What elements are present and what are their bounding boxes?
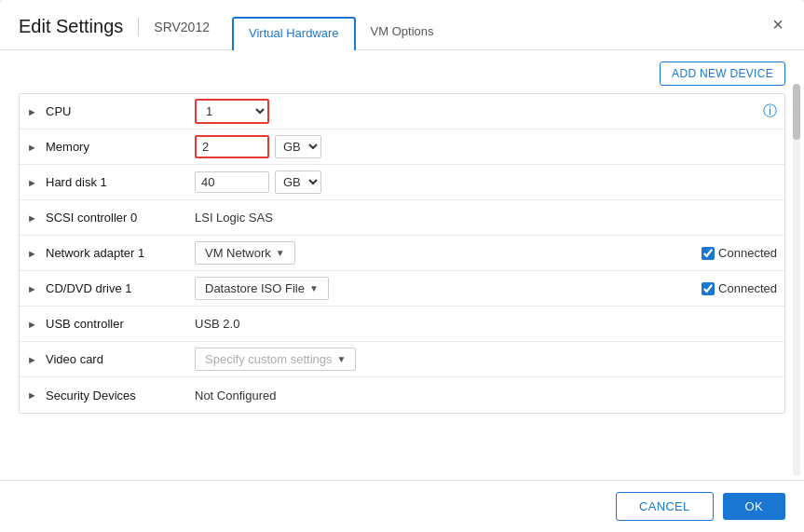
cddvd-connected-label[interactable]: Connected	[702, 281, 777, 295]
video-chevron-icon: ▼	[337, 354, 347, 364]
tab-virtual-hardware[interactable]: Virtual Hardware	[232, 17, 356, 50]
dialog-header: Edit Settings SRV2012 Virtual Hardware V…	[0, 0, 804, 50]
security-row: ► Security Devices Not Configured	[20, 377, 784, 413]
hardware-table: ► CPU 1 2 4 8 ⓘ ► Memory	[19, 93, 785, 414]
memory-expand-icon[interactable]: ►	[27, 142, 40, 153]
close-button[interactable]: ×	[767, 13, 789, 35]
hard-disk-unit-select[interactable]: GB MB	[275, 171, 321, 194]
hard-disk-input[interactable]	[195, 171, 269, 193]
video-value: Specify custom settings ▼	[195, 348, 777, 371]
scrollbar-track	[793, 84, 800, 476]
memory-row: ► Memory GB MB	[20, 130, 784, 165]
cddvd-dropdown[interactable]: Datastore ISO File ▼	[195, 277, 329, 300]
cpu-row: ► CPU 1 2 4 8 ⓘ	[20, 94, 784, 130]
usb-row: ► USB controller USB 2.0	[20, 307, 784, 342]
security-expand-icon[interactable]: ►	[27, 389, 40, 401]
cpu-expand-icon[interactable]: ►	[27, 106, 40, 117]
dialog-title: Edit Settings	[19, 16, 123, 48]
video-expand-icon[interactable]: ►	[27, 354, 40, 365]
memory-label: Memory	[46, 140, 195, 154]
video-row: ► Video card Specify custom settings ▼	[20, 342, 784, 377]
scrollbar-thumb[interactable]	[793, 84, 800, 140]
edit-settings-dialog: Edit Settings SRV2012 Virtual Hardware V…	[0, 0, 804, 532]
network-label: Network adapter 1	[46, 246, 195, 260]
cddvd-connected-checkbox[interactable]	[702, 282, 715, 295]
network-value: VM Network ▼	[195, 241, 702, 265]
cddvd-row: ► CD/DVD drive 1 Datastore ISO File ▼ Co…	[20, 271, 784, 307]
usb-expand-icon[interactable]: ►	[27, 319, 40, 330]
cpu-value: 1 2 4 8	[195, 99, 763, 124]
usb-value-text: USB 2.0	[195, 317, 239, 331]
dialog-subtitle: SRV2012	[154, 20, 210, 46]
cddvd-row-right: Connected	[702, 281, 777, 295]
usb-value: USB 2.0	[195, 317, 777, 331]
scsi-expand-icon[interactable]: ►	[27, 212, 40, 224]
video-label: Video card	[46, 352, 195, 366]
cpu-label: CPU	[46, 104, 195, 118]
dialog-footer: CANCEL OK	[0, 480, 804, 532]
hard-disk-label: Hard disk 1	[46, 175, 195, 189]
cddvd-expand-icon[interactable]: ►	[27, 283, 40, 294]
add-new-device-button[interactable]: ADD NEW DEVICE	[660, 61, 785, 86]
toolbar: ADD NEW DEVICE	[19, 61, 785, 86]
network-row: ► Network adapter 1 VM Network ▼ Connect…	[20, 236, 784, 271]
memory-unit-select[interactable]: GB MB	[275, 135, 321, 158]
title-separator	[138, 18, 139, 36]
tab-vm-options[interactable]: VM Options	[356, 17, 449, 49]
dialog-body: ADD NEW DEVICE ► CPU 1 2 4 8 ⓘ	[0, 50, 804, 480]
scsi-value: LSI Logic SAS	[195, 211, 777, 225]
cddvd-chevron-icon: ▼	[309, 283, 319, 293]
cancel-button[interactable]: CANCEL	[616, 492, 714, 521]
security-value-text: Not Configured	[195, 389, 276, 402]
network-row-right: Connected	[702, 246, 777, 260]
cpu-row-right: ⓘ	[763, 102, 777, 120]
scsi-label: SCSI controller 0	[46, 211, 195, 225]
cddvd-label: CD/DVD drive 1	[46, 281, 195, 295]
scsi-row: ► SCSI controller 0 LSI Logic SAS	[20, 200, 784, 236]
cddvd-value: Datastore ISO File ▼	[195, 277, 702, 300]
memory-value: GB MB	[195, 135, 777, 158]
cpu-info-icon[interactable]: ⓘ	[763, 102, 777, 120]
security-label: Security Devices	[46, 389, 195, 402]
scsi-value-text: LSI Logic SAS	[195, 211, 273, 225]
hard-disk-value: GB MB	[195, 171, 777, 194]
network-expand-icon[interactable]: ►	[27, 248, 40, 259]
memory-input[interactable]	[195, 135, 269, 158]
security-value: Not Configured	[195, 389, 777, 402]
network-connected-checkbox[interactable]	[702, 247, 715, 260]
hard-disk-row: ► Hard disk 1 GB MB	[20, 165, 784, 200]
network-dropdown[interactable]: VM Network ▼	[195, 241, 295, 265]
cpu-select[interactable]: 1 2 4 8	[195, 99, 269, 124]
network-connected-label[interactable]: Connected	[702, 246, 777, 260]
video-specify-dropdown[interactable]: Specify custom settings ▼	[195, 348, 356, 371]
usb-label: USB controller	[46, 317, 195, 331]
network-chevron-icon: ▼	[276, 248, 285, 258]
hard-disk-expand-icon[interactable]: ►	[27, 177, 40, 188]
ok-button[interactable]: OK	[723, 493, 785, 520]
tab-bar: Virtual Hardware VM Options	[232, 17, 449, 49]
